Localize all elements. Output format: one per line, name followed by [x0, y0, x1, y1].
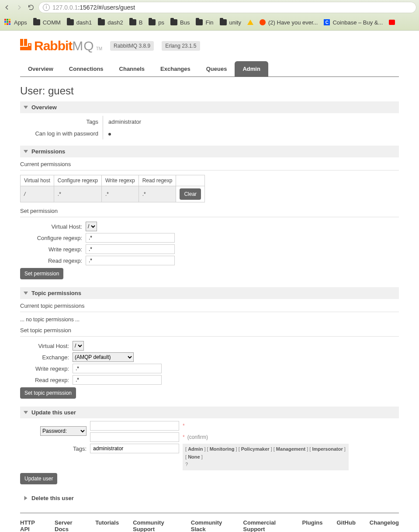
topic-read-input[interactable]: [73, 375, 162, 385]
password-mode-select[interactable]: Password:: [40, 426, 87, 436]
rabbitmq-logo[interactable]: RabbitMQTM: [20, 38, 102, 53]
divider: [20, 336, 399, 337]
svg-rect-1: [24, 39, 27, 46]
footer-github[interactable]: GitHub: [337, 519, 356, 532]
write-input[interactable]: [86, 244, 175, 254]
tag-policymaker[interactable]: Policymaker: [241, 446, 270, 452]
section-topic-header[interactable]: Topic permissions: [20, 287, 399, 299]
topic-vhost-label: Virtual Host:: [20, 343, 73, 349]
required-star: *: [183, 434, 185, 440]
section-delete-header[interactable]: Delete this user: [20, 492, 399, 504]
configure-input[interactable]: [86, 233, 175, 243]
col-actions: [176, 175, 205, 186]
update-user-button[interactable]: Update user: [20, 473, 57, 484]
back-button[interactable]: [3, 3, 11, 12]
set-permission-label: Set permission: [20, 208, 399, 214]
reload-button[interactable]: [27, 3, 35, 11]
password-input[interactable]: [90, 421, 179, 431]
footer-community-support[interactable]: Community Support: [133, 519, 177, 532]
forward-button[interactable]: [15, 3, 24, 12]
write-label: Write regexp:: [20, 246, 86, 253]
password-confirm-input[interactable]: [90, 432, 179, 442]
folder-icon: [196, 19, 203, 25]
folder-icon: [149, 19, 156, 25]
topic-write-input[interactable]: [73, 364, 162, 373]
divider: [20, 170, 399, 170]
topic-vhost-select[interactable]: /: [73, 341, 84, 351]
apps-icon: [4, 19, 11, 26]
footer-plugins[interactable]: Plugins: [302, 519, 323, 532]
tags-label: Tags:: [20, 444, 90, 452]
read-label: Read regexp:: [20, 257, 86, 264]
bookmark-ps[interactable]: ps: [149, 19, 164, 26]
footer-community-slack[interactable]: Community Slack: [191, 519, 229, 532]
tab-channels[interactable]: Channels: [111, 61, 153, 76]
password-dropdown-wrap: Password:: [20, 421, 90, 436]
url-path: :15672/#/users/guest: [78, 4, 135, 11]
topic-exchange-select[interactable]: (AMQP default): [73, 352, 134, 362]
set-permission-button[interactable]: Set permission: [20, 268, 63, 279]
footer-server-docs[interactable]: Server Docs: [55, 519, 81, 532]
bookmark-reddit[interactable]: (2) Have you ever...: [260, 19, 318, 26]
footer-tutorials[interactable]: Tutorials: [95, 519, 119, 532]
footer-links: HTTP API Server Docs Tutorials Community…: [20, 513, 399, 532]
table-row: / .* .* .* Clear: [21, 186, 205, 202]
bookmark-fin[interactable]: Fin: [196, 19, 213, 26]
vhost-label: Virtual Host:: [20, 223, 86, 230]
clear-button[interactable]: Clear: [180, 188, 201, 200]
topic-exchange-label: Exchange:: [20, 354, 73, 361]
set-topic-button[interactable]: Set topic permission: [20, 387, 76, 399]
overview-tags-label: Tags: [20, 116, 103, 128]
tag-impersonator[interactable]: Impersonator: [312, 446, 343, 452]
bookmark-youtube[interactable]: [389, 20, 395, 25]
bookmark-coinbase[interactable]: CCoinbase – Buy &...: [324, 19, 383, 26]
tags-help[interactable]: ?: [185, 462, 188, 467]
folder-icon: [67, 19, 74, 25]
overview-login-value: [103, 128, 116, 139]
tag-monitoring[interactable]: Monitoring: [210, 446, 235, 452]
footer-http-api[interactable]: HTTP API: [20, 519, 41, 532]
bookmark-dash2[interactable]: dash2: [98, 19, 123, 26]
configure-label: Configure regexp:: [20, 235, 86, 241]
address-bar[interactable]: i 127.0.0.1:15672/#/users/guest: [38, 2, 416, 13]
tags-input[interactable]: [90, 444, 179, 453]
tags-quick-links: [ Admin ] [ Monitoring ] [ Policymaker ]…: [183, 444, 349, 470]
tab-connections[interactable]: Connections: [61, 61, 111, 76]
read-input[interactable]: [86, 256, 175, 265]
col-read: Read regexp: [139, 175, 176, 186]
bookmark-dash1[interactable]: dash1: [67, 19, 92, 26]
chevron-down-icon: [24, 106, 28, 109]
bookmark-b[interactable]: B: [129, 19, 143, 26]
bookmark-drive[interactable]: [247, 20, 253, 25]
bookmark-apps[interactable]: Apps: [4, 19, 27, 26]
tag-management[interactable]: Management: [276, 446, 305, 452]
bookmarks-bar: Apps COMM dash1 dash2 B ps Bus Fin unity…: [0, 15, 419, 30]
tag-admin[interactable]: Admin: [188, 446, 203, 452]
tab-queues[interactable]: Queues: [198, 61, 235, 76]
tab-exchanges[interactable]: Exchanges: [152, 61, 198, 76]
section-update-header[interactable]: Update this user: [20, 407, 399, 418]
main-tabs: Overview Connections Channels Exchanges …: [20, 61, 399, 77]
section-permissions-header[interactable]: Permissions: [20, 146, 399, 157]
tab-overview[interactable]: Overview: [20, 61, 61, 76]
current-topic-label: Current topic permissions: [20, 303, 399, 309]
page-title: User: guest: [20, 85, 399, 97]
divider: [20, 312, 399, 312]
vhost-select[interactable]: /: [86, 222, 97, 231]
version-rabbitmq: RabbitMQ 3.8.9: [110, 41, 154, 51]
footer-changelog[interactable]: Changelog: [370, 519, 399, 532]
section-overview-header[interactable]: Overview: [20, 101, 399, 113]
bookmark-bus[interactable]: Bus: [170, 19, 190, 26]
table-header-row: Virtual host Configure regexp Write rege…: [21, 175, 205, 186]
bullet-icon: [108, 133, 111, 136]
tab-admin[interactable]: Admin: [235, 61, 268, 76]
bookmark-comm[interactable]: COMM: [33, 19, 61, 26]
coinbase-icon: C: [324, 19, 330, 25]
site-info-icon[interactable]: i: [43, 4, 50, 11]
bookmark-unity[interactable]: unity: [220, 19, 241, 26]
confirm-label: (confirm): [187, 434, 208, 440]
folder-icon: [170, 19, 177, 25]
footer-commercial-support[interactable]: Commercial Support: [243, 519, 288, 532]
cell-clear: Clear: [176, 186, 205, 202]
tag-none[interactable]: None: [188, 454, 200, 459]
